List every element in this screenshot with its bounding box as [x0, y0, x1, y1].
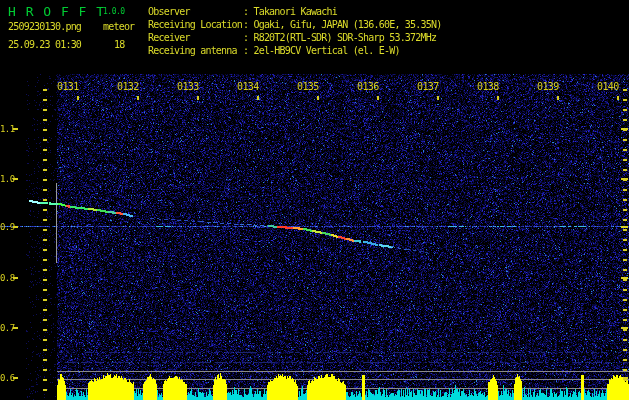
y-axis-label: 0.8: [0, 273, 13, 283]
y-axis-label: 0.9: [0, 222, 13, 232]
station-info-row: Observer: Takanori Kawachi: [148, 6, 337, 19]
info-colon: :: [243, 45, 253, 56]
echo-count: 18: [114, 39, 124, 50]
info-value: Ogaki, Gifu, JAPAN (136.60E, 35.35N): [253, 19, 441, 30]
info-label: Observer: [148, 6, 243, 17]
x-axis-label: 0131: [57, 81, 79, 92]
app-version: 1.0.0: [103, 7, 125, 16]
app-title: H R O F F T: [8, 4, 105, 19]
y-axis-label: 0.7: [0, 323, 13, 333]
x-axis-label: 0139: [537, 81, 559, 92]
info-colon: :: [243, 6, 253, 17]
x-axis-label: 0134: [237, 81, 259, 92]
output-filename: 2509230130.png: [8, 21, 81, 32]
hrofft-output-window: H R O F F T 1.0.0 2509230130.png meteor …: [0, 0, 629, 400]
x-axis-label: 0137: [417, 81, 439, 92]
spectrogram-canvas: [0, 0, 629, 400]
info-label: Receiver: [148, 32, 243, 43]
station-info-row: Receiver: R820T2(RTL-SDR) SDR-Sharp 53.3…: [148, 32, 436, 45]
info-value: R820T2(RTL-SDR) SDR-Sharp 53.372MHz: [253, 32, 436, 43]
info-value: 2el-HB9CV Vertical (el. E-W): [253, 45, 399, 56]
station-info-row: Receiving antenna: 2el-HB9CV Vertical (e…: [148, 45, 400, 58]
y-axis-label: 1.1: [0, 124, 13, 134]
x-axis-label: 0133: [177, 81, 199, 92]
x-axis-label: 0132: [117, 81, 139, 92]
y-axis-label: 1.0: [0, 174, 13, 184]
y-axis-unit: kHz: [2, 77, 17, 87]
x-axis-label: 0135: [297, 81, 319, 92]
y-axis-label: 0.6: [0, 373, 13, 383]
station-info-row: Receiving Location: Ogaki, Gifu, JAPAN (…: [148, 19, 441, 32]
x-axis-label: 0138: [477, 81, 499, 92]
info-value: Takanori Kawachi: [253, 6, 337, 17]
x-axis-label: 0136: [357, 81, 379, 92]
info-label: Receiving antenna: [148, 45, 243, 56]
info-colon: :: [243, 32, 253, 43]
info-label: Receiving Location: [148, 19, 243, 30]
observation-datetime: 25.09.23 01:30: [8, 39, 81, 50]
mode-label: meteor: [103, 21, 134, 32]
info-colon: :: [243, 19, 253, 30]
x-axis-label: 0140: [597, 81, 619, 92]
